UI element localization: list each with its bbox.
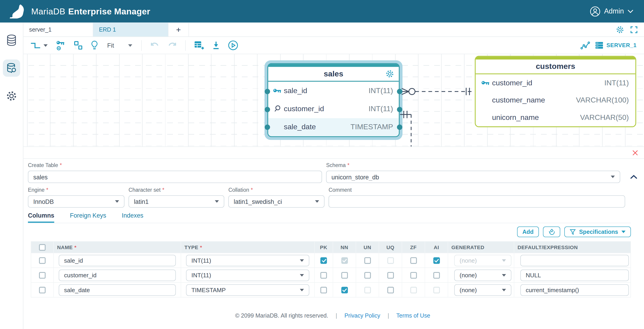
- lightbulb-icon: [91, 40, 98, 50]
- redo-button[interactable]: [164, 38, 180, 52]
- column-type-select[interactable]: INT(11): [186, 269, 309, 281]
- settings-button[interactable]: [613, 23, 627, 37]
- undo-button[interactable]: [146, 38, 162, 52]
- user-icon: [590, 6, 600, 17]
- default-expression-input[interactable]: [520, 284, 629, 296]
- erd-toolbar: Fit: [23, 37, 644, 54]
- erd-canvas[interactable]: sales sale_id IN: [23, 54, 644, 147]
- suggestion-button[interactable]: [88, 38, 102, 52]
- specifications-button[interactable]: Specifications: [564, 227, 631, 237]
- sidebar: [0, 23, 23, 329]
- chevron-down-icon: [315, 200, 319, 203]
- terms-of-use-link[interactable]: Terms of Use: [396, 312, 430, 319]
- charset-value: latin1: [134, 198, 149, 205]
- sidebar-item-settings[interactable]: [3, 87, 20, 105]
- divider: [185, 40, 186, 51]
- plus-icon: +: [176, 25, 181, 34]
- uq-checkbox[interactable]: [387, 272, 394, 279]
- chevron-down-icon: [44, 44, 48, 47]
- charset-select[interactable]: latin1: [128, 195, 224, 208]
- brand-text: MariaDBEnterprise Manager: [31, 6, 150, 16]
- required-marker: *: [46, 187, 48, 193]
- tab-erd-1[interactable]: ERD 1: [93, 23, 168, 37]
- server-stack-icon: [595, 41, 603, 49]
- auto-arrange-button[interactable]: [70, 38, 86, 52]
- table-name-input[interactable]: [28, 171, 322, 183]
- collapse-panel-button[interactable]: [630, 171, 637, 183]
- ai-checkbox[interactable]: [433, 272, 440, 279]
- chevron-down-icon: [300, 274, 304, 276]
- table-editor-tabs: Columns Foreign Keys Indexes: [28, 212, 631, 223]
- zf-checkbox[interactable]: [410, 257, 417, 264]
- node-header: sales: [268, 67, 399, 82]
- collation-select[interactable]: latin1_swedish_ci: [228, 195, 324, 208]
- reset-columns-button[interactable]: [543, 227, 560, 237]
- engine-select[interactable]: InnoDB: [28, 195, 124, 208]
- nn-checkbox[interactable]: [341, 272, 348, 279]
- header-uq: UQ: [379, 242, 402, 253]
- pk-checkbox[interactable]: [320, 257, 327, 264]
- column-name: sale_date: [284, 123, 348, 132]
- pk-checkbox[interactable]: [320, 287, 327, 293]
- primary-key-icon: [482, 80, 490, 86]
- table-row: unicorn_name VARCHAR(50): [476, 109, 636, 126]
- ai-checkbox[interactable]: [433, 257, 440, 264]
- default-expression-input[interactable]: [520, 255, 629, 266]
- comment-input[interactable]: [329, 195, 625, 208]
- tab-foreign-keys[interactable]: Foreign Keys: [70, 212, 106, 223]
- select-all-checkbox[interactable]: [39, 244, 46, 251]
- privacy-policy-link[interactable]: Privacy Policy: [344, 312, 380, 319]
- gear-icon: [386, 70, 394, 78]
- row-checkbox[interactable]: [39, 287, 46, 293]
- connector-style-select[interactable]: [27, 38, 51, 52]
- pk-checkbox[interactable]: [320, 272, 327, 279]
- node-color-strip: [476, 56, 636, 59]
- relationship-key-button[interactable]: [53, 38, 69, 52]
- default-expression-input[interactable]: [520, 269, 629, 281]
- chevron-down-icon: [628, 9, 633, 13]
- add-label: Add: [522, 229, 534, 235]
- close-icon[interactable]: [632, 150, 638, 156]
- tab-indexes[interactable]: Indexes: [122, 212, 143, 223]
- collation-label: Collation*: [228, 187, 324, 193]
- un-checkbox[interactable]: [364, 257, 371, 264]
- add-table-icon: [194, 40, 204, 50]
- column-name: unicorn_name: [492, 113, 578, 122]
- fullscreen-button[interactable]: [627, 23, 641, 37]
- un-checkbox: [364, 287, 371, 293]
- column-type-select[interactable]: INT(11): [186, 255, 309, 266]
- zf-checkbox[interactable]: [410, 272, 417, 279]
- row-checkbox[interactable]: [39, 257, 46, 264]
- run-button[interactable]: [224, 38, 242, 52]
- schema-select[interactable]: unicorn_store_db: [326, 171, 620, 183]
- gear-icon: [6, 91, 17, 101]
- column-name-input[interactable]: [59, 255, 176, 266]
- table-row: customer_id INT(11): [476, 74, 636, 92]
- node-settings-button[interactable]: [386, 70, 394, 80]
- column-type-select[interactable]: TIMESTAMP: [186, 284, 309, 296]
- uq-checkbox: [387, 257, 394, 264]
- export-button[interactable]: [209, 38, 223, 52]
- column-name-input[interactable]: [59, 284, 176, 296]
- sidebar-item-databases[interactable]: [3, 31, 20, 49]
- tab-server-1[interactable]: server_1: [23, 23, 93, 37]
- column-name-input[interactable]: [59, 269, 176, 281]
- add-column-button[interactable]: Add: [517, 227, 539, 237]
- new-tab-button[interactable]: +: [168, 23, 189, 37]
- add-table-button[interactable]: [190, 38, 208, 52]
- generated-select[interactable]: (none): [454, 284, 512, 296]
- row-checkbox[interactable]: [39, 272, 46, 279]
- uq-checkbox[interactable]: [387, 287, 394, 293]
- un-checkbox[interactable]: [364, 272, 371, 279]
- activity-button[interactable]: [577, 38, 594, 52]
- user-menu[interactable]: Admin: [590, 6, 633, 17]
- nn-checkbox[interactable]: [341, 287, 348, 293]
- erd-node-customers[interactable]: customers customer_id INT(11) customer_n…: [475, 56, 636, 127]
- sidebar-item-erd[interactable]: [3, 59, 20, 77]
- server-indicator[interactable]: SERVER_1: [595, 41, 637, 49]
- zoom-fit-select[interactable]: Fit: [103, 38, 136, 52]
- generated-select[interactable]: (none): [454, 269, 512, 281]
- table-title: customers: [536, 62, 575, 71]
- erd-node-sales[interactable]: sales sale_id IN: [264, 60, 402, 140]
- tab-columns[interactable]: Columns: [28, 212, 54, 223]
